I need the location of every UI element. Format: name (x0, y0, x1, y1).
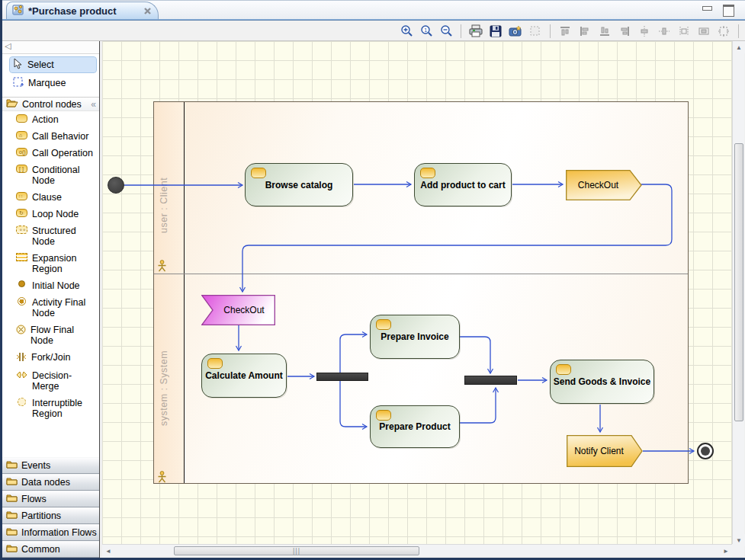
palette-item-conditional-node[interactable]: [ ]Conditional Node (2, 162, 99, 189)
match-height-icon (676, 24, 692, 39)
structured-node-icon: ∘∘ (16, 226, 27, 234)
scroll-up-icon[interactable]: ▲ (733, 41, 745, 53)
auto-size-icon (716, 24, 731, 39)
horizontal-scroll-thumb[interactable]: ||| (174, 546, 419, 555)
zoom-in-icon[interactable] (399, 24, 414, 39)
palette-tool-select[interactable]: Select (10, 57, 96, 72)
control-flow-edge[interactable] (340, 334, 367, 373)
conditional-node-icon: [ ] (16, 165, 27, 173)
match-size-icon (696, 24, 711, 39)
maximize-icon[interactable] (722, 5, 734, 14)
palette-drawer-common[interactable]: Common (2, 541, 99, 558)
palette-item-structured-node[interactable]: ∘∘Structured Node (2, 222, 99, 250)
diagram-canvas[interactable]: user : Client system : System (102, 41, 734, 546)
palette-tool-label: Marquee (28, 78, 66, 88)
palette-item-initial-node[interactable]: Initial Node (2, 277, 99, 294)
zoom-original-icon[interactable]: 1 (419, 24, 434, 39)
closed-folder-icon (6, 510, 18, 521)
minimize-icon[interactable] (701, 5, 713, 14)
toolbar-separator (550, 24, 551, 38)
accept-event-checkout[interactable]: CheckOut (201, 295, 275, 325)
palette-item-decision-merge[interactable]: Decision-Merge (2, 367, 99, 395)
action-icon (16, 114, 27, 123)
scroll-right-icon[interactable]: ► (720, 545, 732, 557)
palette-header (2, 41, 99, 54)
closed-folder-icon (6, 544, 18, 555)
editor-window: *Purchase product 1 (0, 0, 745, 560)
snapshot-icon[interactable] (508, 24, 523, 39)
activity-final-node[interactable] (697, 443, 714, 459)
editor-tab-bar: *Purchase product (2, 0, 745, 19)
initial-node-icon (18, 280, 25, 287)
action-node-prepare-invoice[interactable]: Prepare Invoice (370, 315, 460, 359)
diagram-toolbar: 1 (2, 21, 745, 41)
closed-folder-icon (6, 494, 18, 504)
drawer-label: Control nodes (22, 99, 82, 110)
palette-item-interruptible-region[interactable]: Interruptible Region (2, 395, 99, 422)
clause-icon: ∷ (16, 192, 27, 200)
palette-item-fork-join[interactable]: Fork/Join (2, 349, 99, 367)
close-icon[interactable] (143, 5, 152, 18)
marquee-icon (13, 77, 24, 90)
vertical-scroll-thumb[interactable] (734, 143, 743, 421)
palette-collapse-icon[interactable] (5, 41, 15, 53)
send-signal-notify-client[interactable]: Notify Client (567, 435, 643, 467)
call-operation-icon: o() (16, 148, 27, 156)
palette-drawer-information-flows[interactable]: Information Flows (2, 524, 99, 541)
control-flow-edge[interactable] (460, 337, 490, 373)
action-badge-icon (376, 410, 391, 421)
palette-drawer-data-nodes[interactable]: Data nodes (2, 474, 99, 491)
open-folder-icon (6, 98, 18, 110)
palette-item-expansion-region[interactable]: Expansion Region (2, 250, 99, 277)
palette-item-call-behavior[interactable]: ⌂Call Behavior (2, 128, 99, 145)
print-icon[interactable] (468, 24, 483, 39)
action-node-calculate-amount[interactable]: Calculate Amount (201, 354, 287, 398)
loop-node-icon: ↻ (16, 209, 27, 217)
palette-item-call-operation[interactable]: o()Call Operation (2, 145, 99, 162)
distribute-horizontal-icon (657, 24, 672, 39)
align-bottom-icon (597, 24, 612, 39)
tab-title: *Purchase product (28, 5, 117, 17)
pin-drawer-icon[interactable] (91, 99, 96, 110)
palette-item-activity-final-node[interactable]: Activity Final Node (2, 294, 99, 322)
scroll-left-icon[interactable]: ◄ (102, 545, 114, 557)
action-node-browse-catalog[interactable]: Browse catalog (245, 163, 353, 206)
action-node-prepare-product[interactable]: Prepare Product (370, 405, 460, 448)
palette-drawer-control-nodes[interactable]: Control nodes (2, 97, 99, 111)
svg-text:1: 1 (424, 27, 427, 33)
align-right-icon (617, 24, 632, 39)
palette-item-loop-node[interactable]: ↻Loop Node (2, 206, 99, 222)
palette-item-clause[interactable]: ∷Clause (2, 189, 99, 206)
selection-box-icon (528, 24, 543, 39)
action-badge-icon (376, 319, 391, 330)
initial-node[interactable] (108, 177, 124, 194)
action-node-send-goods[interactable]: Send Goods & Invoice (550, 360, 654, 404)
send-signal-checkout[interactable]: CheckOut (566, 170, 642, 200)
action-node-add-product[interactable]: Add product to cart (414, 163, 512, 206)
palette-item-flow-final-node[interactable]: Flow Final Node (2, 322, 99, 349)
activity-final-node-icon (18, 297, 26, 306)
save-icon[interactable] (488, 24, 503, 39)
action-badge-icon (556, 364, 571, 375)
palette-drawer-partitions[interactable]: Partitions (2, 507, 99, 524)
control-flow-edge[interactable] (340, 381, 367, 427)
palette-drawer-events[interactable]: Events (2, 457, 99, 474)
action-badge-icon (420, 168, 435, 178)
palette-item-action[interactable]: Action (2, 111, 99, 128)
closed-drawer-stack: Events Data nodes Flows Partitions Infor… (2, 457, 99, 558)
action-badge-icon (207, 358, 223, 369)
palette-drawer-flows[interactable]: Flows (2, 491, 99, 507)
join-node[interactable] (464, 376, 517, 385)
control-flow-edge[interactable] (460, 388, 496, 423)
palette-tool-marquee[interactable]: Marquee (10, 75, 96, 91)
call-behavior-icon: ⌂ (16, 131, 27, 139)
distribute-vertical-icon (637, 24, 652, 39)
editor-tab[interactable]: *Purchase product (6, 2, 159, 20)
palette-item-list: Action ⌂Call Behavior o()Call Operation … (2, 111, 99, 422)
activity-diagram-icon (12, 4, 24, 19)
fork-node[interactable] (316, 373, 368, 381)
closed-folder-icon (6, 477, 18, 488)
interruptible-region-icon (18, 398, 26, 406)
expansion-region-icon (16, 253, 27, 261)
zoom-out-icon[interactable] (438, 24, 454, 39)
